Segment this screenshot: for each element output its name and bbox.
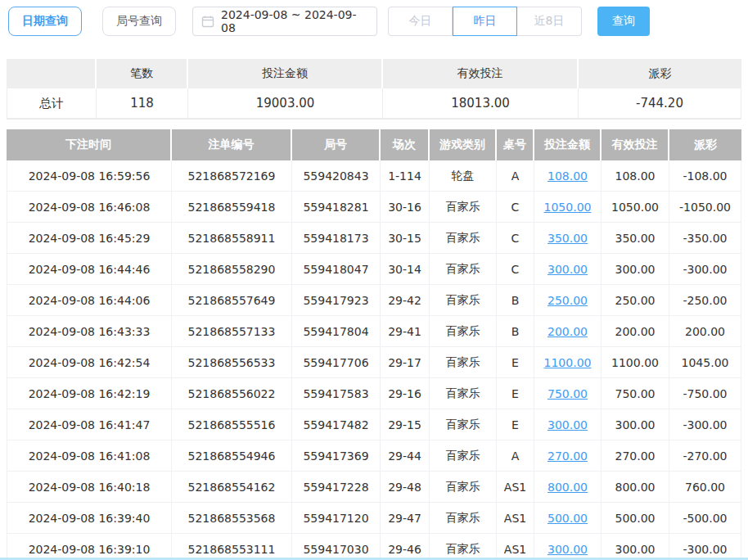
cell-round_id: 559417030 [292, 534, 381, 560]
cell-table_no: AS1 [497, 503, 534, 534]
bet-amount-link[interactable]: 200.00 [547, 325, 588, 338]
date-range-input[interactable]: 2024-09-08 ~ 2024-09-08 [192, 7, 377, 36]
cell-round_id: 559417804 [292, 316, 381, 347]
column-header-time: 下注时间 [7, 129, 172, 160]
range-last8days-button[interactable]: 近8日 [517, 7, 582, 36]
cell-payout: -500.00 [669, 503, 741, 534]
cell-valid_bet: 350.00 [602, 223, 669, 254]
cell-time: 2024-09-08 16:39:40 [7, 503, 172, 534]
cell-time: 2024-09-08 16:41:08 [7, 440, 172, 472]
cell-round_id: 559418173 [292, 223, 381, 254]
cell-session: 30-16 [381, 192, 430, 223]
column-header-bet_amount: 投注金额 [534, 129, 602, 160]
cell-session: 29-42 [381, 285, 430, 316]
table-row: 2024-09-08 16:39:40521868553568559417120… [7, 503, 741, 534]
cell-bet_id: 521868557649 [172, 285, 292, 316]
summary-total-payout: -744.20 [579, 88, 741, 119]
cell-session: 29-48 [381, 472, 430, 503]
cell-valid_bet: 300.00 [602, 254, 669, 285]
cell-game_type: 轮盘 [430, 160, 497, 192]
cell-valid_bet: 750.00 [602, 378, 669, 409]
cell-game_type: 百家乐 [430, 192, 497, 223]
bet-amount-link[interactable]: 270.00 [547, 449, 588, 463]
table-row: 2024-09-08 16:41:08521868554946559417369… [7, 440, 741, 472]
table-row: 2024-09-08 16:40:18521868554162559417228… [7, 472, 741, 503]
bet-history-table: 下注时间注单编号局号场次游戏类别桌号投注金额有效投注派彩 2024-09-08 … [7, 129, 741, 560]
cell-valid_bet: 300.00 [602, 534, 669, 560]
cell-time: 2024-09-08 16:39:10 [7, 534, 172, 560]
search-button[interactable]: 查询 [597, 7, 650, 36]
summary-total-valid-bet: 18013.00 [383, 88, 579, 119]
summary-header: 笔数 投注金额 有效投注 派彩 [7, 59, 741, 88]
bet-table-header: 下注时间注单编号局号场次游戏类别桌号投注金额有效投注派彩 [7, 129, 741, 160]
bet-table-body: 2024-09-08 16:59:56521868572169559420843… [7, 160, 741, 560]
range-yesterday-button[interactable]: 昨日 [453, 7, 517, 36]
cell-bet_id: 521868558911 [172, 223, 292, 254]
cell-session: 29-16 [381, 378, 430, 409]
column-header-session: 场次 [381, 129, 430, 160]
cell-round_id: 559420843 [292, 160, 381, 192]
cell-bet_id: 521868572169 [172, 160, 292, 192]
cell-table_no: C [497, 192, 534, 223]
cell-round_id: 559417369 [292, 440, 381, 472]
cell-time: 2024-09-08 16:46:08 [7, 192, 172, 223]
cell-payout: -750.00 [669, 378, 741, 409]
cell-game_type: 百家乐 [430, 378, 497, 409]
cell-game_type: 百家乐 [430, 409, 497, 440]
cell-payout: -1050.00 [669, 192, 741, 223]
bet-amount-link[interactable]: 300.00 [547, 263, 588, 276]
cell-table_no: B [497, 285, 534, 316]
cell-payout: -270.00 [669, 440, 741, 472]
bet-amount-link[interactable]: 350.00 [547, 232, 588, 245]
cell-table_no: E [497, 347, 534, 378]
cell-time: 2024-09-08 16:45:29 [7, 223, 172, 254]
cell-round_id: 559417583 [292, 378, 381, 409]
summary-header-count: 笔数 [97, 59, 188, 88]
bet-amount-link[interactable]: 500.00 [547, 512, 588, 525]
column-header-table_no: 桌号 [497, 129, 534, 160]
cell-table_no: AS1 [497, 472, 534, 503]
cell-game_type: 百家乐 [430, 347, 497, 378]
cell-session: 30-14 [381, 254, 430, 285]
summary-header-bet-amount: 投注金额 [188, 59, 383, 88]
cell-game_type: 百家乐 [430, 223, 497, 254]
bet-amount-link[interactable]: 300.00 [547, 418, 588, 431]
cell-bet_amount: 270.00 [534, 440, 602, 472]
bet-amount-link[interactable]: 750.00 [547, 387, 588, 400]
cell-payout: -108.00 [669, 160, 741, 192]
date-query-tab[interactable]: 日期查询 [8, 7, 82, 36]
cell-bet_amount: 300.00 [534, 254, 602, 285]
summary-total-bet-amount: 19003.00 [188, 88, 383, 119]
cell-bet_amount: 300.00 [534, 409, 602, 440]
range-today-button[interactable]: 今日 [388, 7, 453, 36]
cell-bet_amount: 500.00 [534, 503, 602, 534]
cell-payout: 200.00 [669, 316, 741, 347]
round-query-tab[interactable]: 局号查询 [102, 7, 176, 36]
table-row: 2024-09-08 16:44:06521868557649559417923… [7, 285, 741, 316]
cell-bet_id: 521868555516 [172, 409, 292, 440]
cell-round_id: 559417120 [292, 503, 381, 534]
cell-bet_amount: 350.00 [534, 223, 602, 254]
cell-round_id: 559417482 [292, 409, 381, 440]
bet-amount-link[interactable]: 108.00 [547, 169, 588, 183]
cell-session: 29-47 [381, 503, 430, 534]
cell-time: 2024-09-08 16:40:18 [7, 472, 172, 503]
cell-game_type: 百家乐 [430, 316, 497, 347]
bet-amount-link[interactable]: 1050.00 [544, 201, 592, 214]
cell-bet_id: 521868557133 [172, 316, 292, 347]
bet-amount-link[interactable]: 300.00 [547, 543, 588, 556]
cell-session: 29-15 [381, 409, 430, 440]
cell-valid_bet: 200.00 [602, 316, 669, 347]
bet-amount-link[interactable]: 250.00 [547, 294, 588, 307]
summary-header-valid-bet: 有效投注 [383, 59, 579, 88]
cell-table_no: E [497, 378, 534, 409]
cell-time: 2024-09-08 16:42:19 [7, 378, 172, 409]
bet-amount-link[interactable]: 800.00 [547, 481, 588, 494]
cell-bet_id: 521868553568 [172, 503, 292, 534]
summary-header-blank [7, 59, 97, 88]
summary-header-payout: 派彩 [579, 59, 741, 88]
table-row: 2024-09-08 16:39:10521868553111559417030… [7, 534, 741, 560]
cell-session: 29-44 [381, 440, 430, 472]
bet-amount-link[interactable]: 1100.00 [544, 356, 592, 369]
cell-round_id: 559418047 [292, 254, 381, 285]
